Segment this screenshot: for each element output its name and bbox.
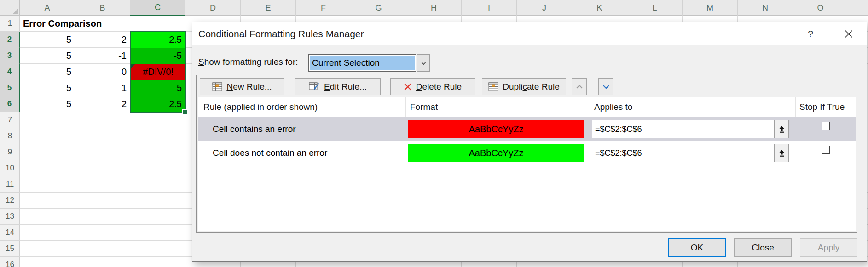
rule-format-cell: AaBbCcYyZz xyxy=(406,117,590,141)
column-header-K[interactable]: K xyxy=(572,0,627,16)
cell-A2[interactable]: 5 xyxy=(20,32,75,48)
table-grid-icon xyxy=(488,82,498,91)
dialog-title: Conditional Formatting Rules Manager xyxy=(198,28,364,40)
row-header-12[interactable]: 12 xyxy=(0,193,20,209)
row-header-13[interactable]: 13 xyxy=(0,209,20,225)
ok-button[interactable]: OK xyxy=(668,238,726,257)
row-header-16[interactable]: 16 xyxy=(0,257,20,267)
rule-name: Cell does not contain an error xyxy=(198,141,406,165)
column-header-F[interactable]: F xyxy=(296,0,351,16)
help-button[interactable]: ? xyxy=(801,22,820,45)
cell-C4[interactable]: #DIV/0! xyxy=(131,64,185,80)
column-header-E[interactable]: E xyxy=(241,0,296,16)
rule-applies-cell xyxy=(590,117,796,141)
duplicate-rule-button[interactable]: Duplicate Rule xyxy=(482,78,566,95)
cell-C6[interactable]: 2.5 xyxy=(131,96,185,112)
delete-rule-label: Delete Rule xyxy=(416,82,462,92)
column-header-stop-if-true: Stop If True xyxy=(796,97,856,117)
move-rule-down-button[interactable] xyxy=(598,78,613,95)
close-dialog-button[interactable]: Close xyxy=(734,238,792,257)
rule-stop-cell xyxy=(796,117,856,141)
cell-A5[interactable]: 5 xyxy=(20,80,75,96)
column-header-O[interactable]: O xyxy=(793,0,848,16)
new-rule-label: New Rule... xyxy=(226,82,272,92)
column-header-M[interactable]: M xyxy=(683,0,738,16)
column-header-B[interactable]: B xyxy=(75,0,130,16)
row-header-5[interactable]: 5 xyxy=(0,80,20,96)
format-preview-swatch: AaBbCcYyZz xyxy=(408,120,584,138)
rules-list-header: Rule (applied in order shown) Format App… xyxy=(198,97,856,117)
row-header-2[interactable]: 2 xyxy=(0,32,20,48)
column-header-C[interactable]: C xyxy=(130,0,185,16)
column-headers: ABCDEFGHIJKLMNO xyxy=(0,0,868,16)
row-header-9[interactable]: 9 xyxy=(0,144,20,160)
cell-C5[interactable]: 5 xyxy=(131,80,185,96)
chevron-up-icon xyxy=(576,85,583,89)
x-icon xyxy=(845,30,853,38)
cf-rules-manager-dialog: Conditional Formatting Rules Manager ? S… xyxy=(192,22,867,262)
row-header-7[interactable]: 7 xyxy=(0,112,20,128)
cell-C2[interactable]: -2.5 xyxy=(131,32,185,48)
row-header-15[interactable]: 15 xyxy=(0,241,20,257)
scope-combobox[interactable]: Current Selection xyxy=(308,54,416,72)
dialog-titlebar[interactable]: Conditional Formatting Rules Manager ? xyxy=(192,22,867,45)
cell-A4[interactable]: 5 xyxy=(20,64,75,80)
rule-row-error[interactable]: Cell contains an error AaBbCcYyZz xyxy=(198,117,856,141)
select-all-corner[interactable] xyxy=(0,0,20,16)
cell-A3[interactable]: 5 xyxy=(20,48,75,64)
row-header-11[interactable]: 11 xyxy=(0,176,20,193)
apply-button[interactable]: Apply xyxy=(800,238,857,257)
edit-rule-button[interactable]: Edit Rule... xyxy=(295,78,381,95)
column-header-G[interactable]: G xyxy=(351,0,406,16)
range-picker-button[interactable] xyxy=(774,144,789,162)
row-header-4[interactable]: 4 xyxy=(0,64,20,80)
chevron-down-icon xyxy=(602,85,610,89)
scope-combobox-dropdown-button[interactable] xyxy=(417,54,430,72)
stop-if-true-checkbox[interactable] xyxy=(822,122,830,130)
stop-if-true-checkbox[interactable] xyxy=(822,146,830,154)
row-header-8[interactable]: 8 xyxy=(0,128,20,144)
column-header-N[interactable]: N xyxy=(738,0,793,16)
applies-to-input[interactable] xyxy=(592,144,774,162)
delete-rule-button[interactable]: Delete Rule xyxy=(390,78,475,95)
close-button[interactable] xyxy=(838,22,860,45)
column-header-A[interactable]: A xyxy=(20,0,75,16)
row-header-3[interactable]: 3 xyxy=(0,48,20,64)
row-headers: 12345678910111213141516 xyxy=(0,16,20,267)
row-header-6[interactable]: 6 xyxy=(0,96,20,112)
cell-A6[interactable]: 5 xyxy=(20,96,75,112)
cell-B4[interactable]: 0 xyxy=(75,64,130,80)
cell-A1[interactable]: Error Comparison xyxy=(20,16,130,31)
range-picker-button[interactable] xyxy=(774,120,789,138)
move-rule-up-button[interactable] xyxy=(572,78,587,95)
scope-combobox-value: Current Selection xyxy=(310,56,415,70)
duplicate-rule-label: Duplicate Rule xyxy=(503,82,560,92)
column-header-H[interactable]: H xyxy=(406,0,462,16)
row-header-1[interactable]: 1 xyxy=(0,16,20,32)
row-header-10[interactable]: 10 xyxy=(0,160,20,176)
format-preview-swatch: AaBbCcYyZz xyxy=(408,144,584,162)
rule-format-cell: AaBbCcYyZz xyxy=(406,141,590,165)
column-header-J[interactable]: J xyxy=(517,0,572,16)
row-header-14[interactable]: 14 xyxy=(0,225,20,241)
column-header-format: Format xyxy=(406,97,590,117)
question-mark-icon: ? xyxy=(808,28,813,40)
column-header-L[interactable]: L xyxy=(627,0,683,16)
column-header-applies-to: Applies to xyxy=(590,97,796,117)
show-rules-for-label: Show formatting rules for: xyxy=(198,57,298,67)
cell-B3[interactable]: -1 xyxy=(75,48,130,64)
table-grid-icon xyxy=(212,82,222,91)
cell-B6[interactable]: 2 xyxy=(75,96,130,112)
cell-C3[interactable]: -5 xyxy=(131,48,185,64)
rule-applies-cell xyxy=(590,141,796,165)
applies-to-input[interactable] xyxy=(592,120,774,138)
cell-B2[interactable]: -2 xyxy=(75,32,130,48)
column-header-I[interactable]: I xyxy=(462,0,517,16)
edit-rule-label: Edit Rule... xyxy=(324,82,367,92)
new-rule-button[interactable]: New Rule... xyxy=(200,78,284,95)
cell-B5[interactable]: 1 xyxy=(75,80,130,96)
column-header-D[interactable]: D xyxy=(185,0,241,16)
collapse-dialog-arrow-icon xyxy=(778,149,785,157)
rule-row-no-error[interactable]: Cell does not contain an error AaBbCcYyZ… xyxy=(198,141,856,165)
rules-group-box: New Rule... Edit Rule... Delete Rule xyxy=(196,75,857,233)
